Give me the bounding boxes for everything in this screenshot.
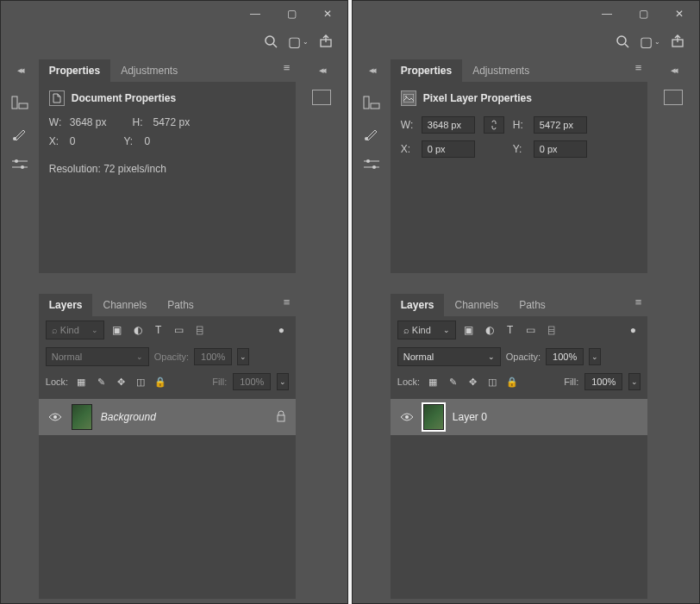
titlebar: — ▢ ✕ — [353, 1, 699, 27]
x-value: 0 — [70, 135, 76, 147]
pixel-layer-icon — [401, 90, 416, 106]
minimize-button[interactable]: — — [592, 5, 622, 22]
width-input[interactable]: 3648 px — [422, 116, 475, 134]
layer-name-text[interactable]: Background — [101, 411, 156, 423]
lock-artboard-icon[interactable]: ◫ — [485, 375, 499, 389]
ruler-icon[interactable] — [360, 93, 383, 112]
tab-channels[interactable]: Channels — [444, 294, 509, 316]
share-icon[interactable] — [670, 34, 685, 49]
maximize-button[interactable]: ▢ — [277, 5, 306, 22]
resolution-text: Resolution: 72 pixels/inch — [49, 163, 286, 175]
minimize-button[interactable]: — — [241, 5, 270, 22]
collapse-chevrons-icon[interactable]: ◂◂ — [17, 65, 22, 76]
filter-adjust-icon[interactable]: ◐ — [130, 322, 146, 338]
lock-position-icon[interactable]: ✥ — [466, 375, 479, 389]
filter-toggle-icon[interactable]: ● — [625, 322, 641, 338]
collapse-chevrons-icon[interactable]: ◂◂ — [369, 65, 374, 76]
fill-dropdown[interactable]: ⌄ — [628, 373, 641, 390]
lock-position-icon[interactable]: ✥ — [114, 375, 128, 389]
svg-point-17 — [365, 137, 368, 140]
brush-icon[interactable] — [9, 124, 31, 143]
filter-adjust-icon[interactable]: ◐ — [482, 322, 497, 338]
fill-value[interactable]: 100% — [233, 373, 271, 390]
panel-menu-icon[interactable]: ≡ — [284, 296, 291, 308]
layer-name-text[interactable]: Layer 0 — [453, 411, 487, 423]
panel-menu-icon[interactable]: ≡ — [635, 61, 643, 74]
blend-mode-select[interactable]: Normal⌄ — [397, 347, 501, 366]
docstack-icon[interactable]: ▢⌄ — [642, 34, 658, 49]
tab-properties[interactable]: Properties — [391, 59, 462, 82]
width-label: W: — [401, 119, 416, 131]
opacity-value[interactable]: 100% — [194, 348, 232, 365]
layer-row[interactable]: Layer 0 — [391, 399, 648, 435]
docstack-icon[interactable]: ▢⌄ — [291, 34, 306, 49]
tab-layers[interactable]: Layers — [39, 294, 93, 316]
fill-value[interactable]: 100% — [584, 373, 622, 390]
lock-brush-icon[interactable]: ✎ — [446, 375, 459, 389]
search-icon[interactable] — [615, 34, 630, 49]
top-toolbar: ▢⌄ — [1, 27, 347, 56]
filter-image-icon[interactable]: ▣ — [109, 322, 125, 338]
layers-tabbar: Layers Channels Paths ≡ — [39, 290, 297, 316]
close-button[interactable]: ✕ — [313, 5, 342, 22]
properties-panel: Document Properties W:3648 px H:5472 px … — [39, 82, 297, 273]
maximize-button[interactable]: ▢ — [628, 5, 658, 22]
panel-menu-icon[interactable]: ≡ — [635, 296, 643, 308]
layer-thumbnail[interactable] — [423, 404, 444, 430]
opacity-dropdown[interactable]: ⌄ — [589, 348, 601, 365]
svg-line-13 — [625, 44, 628, 47]
filter-image-icon[interactable]: ▣ — [461, 322, 477, 338]
top-toolbar: ▢⌄ — [353, 27, 699, 56]
tab-adjustments[interactable]: Adjustments — [462, 59, 540, 82]
link-wh-button[interactable] — [484, 116, 504, 134]
filter-kind-select[interactable]: ⌕ Kind⌄ — [397, 321, 456, 339]
tab-channels[interactable]: Channels — [92, 294, 157, 316]
lock-artboard-icon[interactable]: ◫ — [134, 375, 147, 389]
filter-smart-icon[interactable]: ⌸ — [192, 322, 208, 338]
filter-type-icon[interactable]: T — [151, 322, 166, 338]
rail-box-icon[interactable] — [664, 90, 683, 105]
visibility-eye-icon[interactable] — [399, 409, 415, 425]
lock-pixels-icon[interactable]: ▦ — [74, 375, 88, 389]
filter-shape-icon[interactable]: ▭ — [523, 322, 539, 338]
sliders-icon[interactable] — [360, 155, 383, 174]
layer-row[interactable]: Background — [39, 399, 297, 435]
filter-type-icon[interactable]: T — [503, 322, 518, 338]
brush-icon[interactable] — [360, 124, 383, 143]
filter-shape-icon[interactable]: ▭ — [172, 322, 187, 338]
panel-menu-icon[interactable]: ≡ — [284, 61, 291, 74]
lock-pixels-icon[interactable]: ▦ — [426, 375, 440, 389]
filter-toggle-icon[interactable]: ● — [273, 322, 289, 338]
collapse-chevrons-icon[interactable]: ◂◂ — [319, 65, 324, 76]
filter-smart-icon[interactable]: ⌸ — [544, 322, 559, 338]
filter-kind-select[interactable]: ⌕ Kind⌄ — [46, 321, 104, 339]
lock-all-icon[interactable]: 🔒 — [153, 375, 167, 389]
search-icon[interactable] — [263, 34, 278, 49]
y-label: Y: — [123, 135, 139, 147]
ruler-icon[interactable] — [9, 93, 31, 112]
tab-paths[interactable]: Paths — [509, 294, 556, 316]
svg-point-24 — [405, 415, 409, 419]
tab-adjustments[interactable]: Adjustments — [110, 59, 188, 82]
fill-dropdown[interactable]: ⌄ — [277, 373, 289, 390]
right-iconrail: ◂◂ — [296, 56, 347, 599]
opacity-dropdown[interactable]: ⌄ — [237, 348, 249, 365]
lock-icon[interactable] — [275, 410, 287, 425]
lock-brush-icon[interactable]: ✎ — [94, 375, 108, 389]
tab-properties[interactable]: Properties — [39, 59, 110, 82]
share-icon[interactable] — [318, 34, 334, 49]
visibility-eye-icon[interactable] — [47, 409, 63, 425]
x-input[interactable]: 0 px — [422, 140, 475, 158]
tab-paths[interactable]: Paths — [157, 294, 204, 316]
lock-all-icon[interactable]: 🔒 — [505, 375, 519, 389]
layer-thumbnail[interactable] — [72, 404, 92, 430]
collapse-chevrons-icon[interactable]: ◂◂ — [671, 65, 676, 76]
height-input[interactable]: 5472 px — [534, 116, 587, 134]
sliders-icon[interactable] — [9, 155, 31, 174]
opacity-value[interactable]: 100% — [546, 348, 584, 365]
rail-box-icon[interactable] — [312, 90, 331, 105]
tab-layers[interactable]: Layers — [391, 294, 445, 316]
blend-mode-select[interactable]: Normal⌄ — [46, 347, 149, 366]
close-button[interactable]: ✕ — [665, 5, 694, 22]
y-input[interactable]: 0 px — [534, 140, 587, 158]
